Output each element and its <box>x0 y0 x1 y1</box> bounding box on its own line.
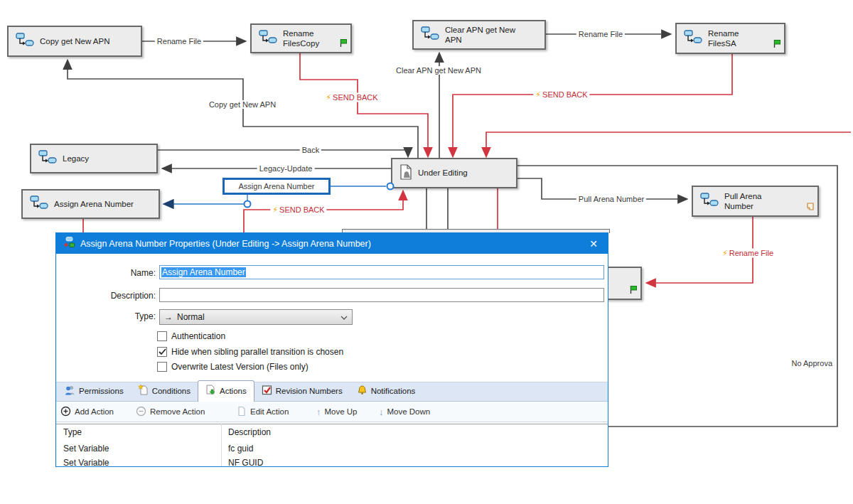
state-label: Rename FilesCopy <box>283 28 331 49</box>
chevron-down-icon <box>340 312 348 322</box>
lightning-icon: ⚡ <box>535 90 541 99</box>
connector-handle[interactable] <box>387 183 395 191</box>
close-icon[interactable]: ✕ <box>586 237 601 250</box>
state-flow-icon <box>259 30 277 46</box>
green-flag-icon <box>773 39 781 50</box>
lightning-icon: ⚡ <box>722 249 728 257</box>
notification-bell-icon <box>357 385 368 397</box>
state-label: Rename FilesSA <box>708 28 756 49</box>
transition-properties-dialog: Assign Arena Number Properties (Under Ed… <box>55 232 608 467</box>
label-rename-file-1[interactable]: Rename File <box>155 37 203 45</box>
lightning-icon: ⚡ <box>272 205 278 214</box>
red-checkbox-icon <box>262 385 272 397</box>
lightning-icon: ⚡ <box>326 93 331 102</box>
state-legacy[interactable]: Legacy <box>30 144 158 173</box>
tab-permissions[interactable]: Permissions <box>58 381 131 401</box>
remove-circle-icon <box>136 406 146 418</box>
people-icon <box>65 385 75 397</box>
state-rename-filessa[interactable]: Rename FilesSA <box>675 23 785 54</box>
actions-toolbar: Add Action Remove Action Edit Action ↑ M… <box>56 402 608 422</box>
transition-send-back-right[interactable] <box>486 132 851 156</box>
checkbox[interactable] <box>157 362 167 372</box>
tab-revision-numbers[interactable]: Revision Numbers <box>254 381 350 401</box>
state-label: Legacy <box>63 154 89 163</box>
state-label: Under Editing <box>418 168 468 178</box>
transition-back[interactable] <box>158 150 408 156</box>
arrow-up-icon: ↑ <box>316 407 321 417</box>
add-circle-icon <box>60 406 71 418</box>
arrow-down-icon: ↓ <box>379 407 384 417</box>
state-flow-icon <box>421 26 439 43</box>
move-up-button[interactable]: ↑ Move Up <box>316 402 358 422</box>
green-flag-icon <box>629 285 638 296</box>
name-input[interactable]: Assign Arena Number <box>159 265 604 279</box>
checkbox-row-hide-sibling[interactable]: Hide when sibling parallel transition is… <box>157 347 343 357</box>
name-label: Name: <box>56 268 156 278</box>
selected-text: Assign Arena Number <box>161 267 246 277</box>
label-rename-file-red[interactable]: ⚡Rename File <box>720 249 776 258</box>
page-arrow-icon <box>205 385 216 397</box>
description-input[interactable] <box>159 288 604 302</box>
state-flow-icon <box>30 195 48 212</box>
tab-notifications[interactable]: Notifications <box>350 381 423 401</box>
label-clear-apn-get-new-apn[interactable]: Clear APN get New APN <box>394 66 483 75</box>
tab-actions[interactable]: Actions <box>198 380 254 402</box>
transition-send-back-filessa[interactable] <box>453 54 732 156</box>
label-back[interactable]: Back <box>300 146 321 154</box>
state-label: Assign Arena Number <box>54 199 134 209</box>
checkbox-row-authentication[interactable]: Authentication <box>157 331 225 341</box>
edit-action-button[interactable]: Edit Action <box>236 402 289 422</box>
checkbox-label: Overwrite Latest Version (Files only) <box>171 362 309 372</box>
dialog-tabstrip: Permissions Conditions Actions Revision … <box>56 382 608 402</box>
label-pull-arena-number[interactable]: Pull Arena Number <box>576 195 646 203</box>
state-clear-apn-get-new-apn[interactable]: Clear APN get New APN <box>412 20 546 50</box>
page-icon <box>236 406 247 418</box>
state-label: Clear APN get New APN <box>445 25 530 45</box>
dialog-title: Assign Arena Number Properties (Under Ed… <box>80 239 371 249</box>
column-description: Description <box>228 427 271 437</box>
label-send-back-1[interactable]: ⚡SEND BACK <box>323 93 380 102</box>
label-no-approval[interactable]: No Approva <box>790 359 835 368</box>
remove-action-button[interactable]: Remove Action <box>136 402 205 422</box>
state-hidden-partial[interactable] <box>606 267 642 300</box>
label-send-back-3[interactable]: ⚡SEND BACK <box>270 205 326 215</box>
add-action-button[interactable]: Add Action <box>60 402 114 422</box>
label-legacy-update[interactable]: Legacy-Update <box>257 164 315 173</box>
label-copy-get-new-apn[interactable]: Copy get New APN <box>207 100 278 109</box>
green-flag-icon <box>339 38 348 50</box>
column-type: Type <box>63 427 82 437</box>
selected-transition-label-box[interactable]: Assign Arena Number <box>222 178 331 195</box>
state-label: Copy get New APN <box>40 36 109 46</box>
state-flow-icon <box>38 150 57 166</box>
state-flow-icon <box>684 30 702 46</box>
checkbox[interactable] <box>157 331 167 341</box>
state-rename-filescopy[interactable]: Rename FilesCopy <box>250 23 352 53</box>
actions-table-header: Type Description <box>56 424 608 440</box>
checkbox-row-overwrite-latest[interactable]: Overwrite Latest Version (Files only) <box>157 362 309 372</box>
checkbox[interactable] <box>157 347 167 357</box>
state-copy-get-new-apn[interactable]: Copy get New APN <box>7 26 142 57</box>
label-send-back-2[interactable]: ⚡SEND BACK <box>533 90 589 100</box>
dialog-titlebar[interactable]: Assign Arena Number Properties (Under Ed… <box>56 233 608 254</box>
state-flow-icon <box>700 193 719 209</box>
table-row[interactable]: Set Variable fc guid <box>56 441 608 455</box>
table-row[interactable]: Set Variable NF GUID <box>56 455 608 467</box>
state-flow-icon <box>16 33 34 49</box>
document-edit-icon <box>399 164 412 182</box>
tab-conditions[interactable]: Conditions <box>131 381 198 401</box>
transition-properties-icon <box>63 237 75 250</box>
page-curl-icon <box>805 202 815 213</box>
state-assign-arena-number[interactable]: Assign Arena Number <box>21 189 160 219</box>
normal-arrow-icon: → <box>164 312 173 322</box>
type-value: Normal <box>177 312 205 322</box>
type-label: Type: <box>56 311 156 321</box>
state-pull-arena-number[interactable]: Pull Arena Number <box>692 186 819 217</box>
connector-handle[interactable] <box>244 200 252 208</box>
label-rename-file-2[interactable]: Rename File <box>576 30 625 38</box>
move-down-button[interactable]: ↓ Move Down <box>379 402 430 422</box>
checkbox-label: Authentication <box>171 331 225 341</box>
state-label: Pull Arena Number <box>724 191 774 212</box>
description-label: Description: <box>56 291 156 301</box>
type-dropdown[interactable]: → Normal <box>159 309 353 325</box>
state-under-editing[interactable]: Under Editing <box>391 158 517 188</box>
